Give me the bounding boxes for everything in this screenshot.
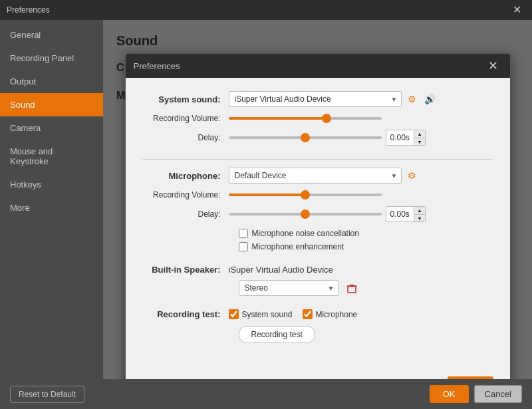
microphone-delay-field: 0.00s ▲ ▼ — [386, 206, 426, 222]
microphone-volume-row: Recording Volume: — [142, 190, 493, 200]
title-bar: Preferences ✕ — [0, 0, 532, 20]
stereo-select-wrapper: Stereo Mono ▼ — [239, 280, 338, 296]
built-in-speaker-row: Built-in Speaker: iSuper Virtual Audio D… — [142, 265, 493, 275]
sidebar-item-output[interactable]: Output — [0, 70, 103, 93]
enhancement-label: Microphone enhancement — [252, 242, 344, 251]
modal-footer: OK — [126, 370, 510, 379]
system-sound-label: System sound: — [142, 94, 229, 104]
modal-dialog: Preferences ✕ System sound: — [125, 53, 511, 379]
system-sound-gear-button[interactable]: ⚙ — [406, 92, 418, 106]
system-sound-check-item: System sound — [229, 309, 293, 319]
sidebar-item-sound[interactable]: Sound — [0, 93, 103, 116]
noise-cancellation-row: Microphone noise cancellation — [239, 229, 493, 238]
system-sound-delay-spinners: ▲ ▼ — [414, 130, 425, 145]
microphone-select-inner: Default Device ▼ — [229, 168, 402, 184]
microphone-delay-spinners: ▲ ▼ — [414, 207, 425, 221]
svg-rect-2 — [346, 286, 356, 287]
sidebar-item-hotkeys[interactable]: Hotkeys — [0, 173, 103, 196]
microphone-delay-value: 0.00s — [386, 207, 414, 221]
microphone-volume-slider[interactable] — [229, 194, 382, 196]
microphone-label: Microphone: — [142, 171, 229, 181]
recording-test-label: Recording test: — [142, 309, 229, 319]
system-sound-volume-slider[interactable] — [229, 117, 382, 120]
system-sound-delay-label: Delay: — [142, 133, 229, 142]
svg-rect-0 — [348, 286, 356, 293]
microphone-volume-slider-container — [229, 194, 382, 196]
system-sound-delay-value: 0.00s — [386, 131, 414, 144]
enhancement-row: Microphone enhancement — [239, 242, 493, 251]
delete-speaker-button[interactable] — [344, 280, 360, 296]
system-sound-delay-row: Delay: 0.00s ▲ ▼ — [142, 130, 493, 146]
right-panel: Sound C M Preferences ✕ — [103, 20, 532, 379]
reset-to-default-button[interactable]: Reset to Default — [10, 386, 84, 403]
modal-title: Preferences — [134, 61, 180, 71]
system-sound-test-label: System sound — [242, 310, 293, 319]
bottom-bar: Reset to Default OK Cancel — [0, 379, 532, 409]
system-sound-section: System sound: iSuper Virtual Audio Devic… — [142, 91, 493, 146]
noise-cancellation-label: Microphone noise cancellation — [252, 229, 359, 238]
microphone-test-checkbox[interactable] — [303, 309, 313, 319]
modal-close-button[interactable]: ✕ — [484, 59, 502, 73]
system-sound-select-inner: iSuper Virtual Audio Device ▼ — [229, 91, 402, 107]
system-sound-volume-row: Recording Volume: — [142, 114, 493, 123]
system-sound-volume-slider-container — [229, 117, 382, 120]
system-sound-delay-slider-container: 0.00s ▲ ▼ — [229, 130, 426, 146]
system-sound-delay-field: 0.00s ▲ ▼ — [386, 130, 426, 146]
section-separator — [142, 159, 493, 160]
system-sound-delay-up[interactable]: ▲ — [414, 130, 425, 138]
microphone-check-item: Microphone — [303, 309, 358, 319]
system-sound-select[interactable]: iSuper Virtual Audio Device — [229, 91, 402, 107]
svg-rect-4 — [352, 287, 354, 291]
noise-cancellation-checkbox[interactable] — [239, 229, 248, 238]
microphone-delay-slider[interactable] — [229, 213, 382, 215]
stereo-select[interactable]: Stereo Mono — [239, 280, 338, 296]
modal-ok-button[interactable]: OK — [448, 376, 493, 379]
microphone-delay-row: Delay: 0.00s ▲ ▼ — [142, 206, 493, 222]
system-sound-row: System sound: iSuper Virtual Audio Devic… — [142, 91, 493, 107]
main-window: Preferences ✕ General Recording Panel Ou… — [0, 0, 532, 409]
microphone-select[interactable]: Default Device — [229, 168, 402, 184]
recording-test-section: Recording test: System sound Microphone — [142, 309, 493, 343]
microphone-gear-button[interactable]: ⚙ — [406, 168, 418, 183]
microphone-delay-down[interactable]: ▼ — [414, 214, 425, 221]
modal-titlebar: Preferences ✕ — [126, 54, 510, 78]
svg-rect-3 — [350, 287, 351, 291]
modal-overlay: Preferences ✕ System sound: — [103, 20, 532, 379]
enhancement-checkbox[interactable] — [239, 242, 248, 251]
system-sound-test-checkbox[interactable] — [229, 309, 239, 319]
main-content: General Recording Panel Output Sound Cam… — [0, 20, 532, 379]
built-in-speaker-section: Built-in Speaker: iSuper Virtual Audio D… — [142, 265, 493, 296]
sidebar-item-recording-panel[interactable]: Recording Panel — [0, 47, 103, 70]
main-cancel-button[interactable]: Cancel — [474, 385, 522, 403]
system-sound-speaker-button[interactable]: 🔊 — [422, 92, 438, 106]
built-in-speaker-value: iSuper Virtual Audio Device — [229, 265, 333, 275]
app-close-button[interactable]: ✕ — [509, 3, 525, 17]
modal-body: System sound: iSuper Virtual Audio Devic… — [126, 78, 510, 370]
sidebar-item-general[interactable]: General — [0, 23, 103, 47]
microphone-section: Microphone: Default Device ▼ ⚙ — [142, 168, 493, 251]
recording-test-button[interactable]: Recording test — [239, 326, 315, 343]
microphone-delay-slider-container: 0.00s ▲ ▼ — [229, 206, 426, 222]
system-sound-select-wrapper: iSuper Virtual Audio Device ▼ ⚙ 🔊 — [229, 91, 438, 107]
system-sound-delay-down[interactable]: ▼ — [414, 138, 425, 145]
sidebar-item-camera[interactable]: Camera — [0, 116, 103, 140]
app-title: Preferences — [7, 5, 50, 15]
sidebar-item-more[interactable]: More — [0, 196, 103, 219]
microphone-row: Microphone: Default Device ▼ ⚙ — [142, 168, 493, 184]
system-sound-delay-slider[interactable] — [229, 136, 382, 139]
recording-test-checks: System sound Microphone — [229, 309, 358, 319]
recording-test-btn-row: Recording test — [239, 326, 493, 343]
sidebar-item-mouse-keystroke[interactable]: Mouse and Keystroke — [0, 140, 103, 173]
microphone-select-wrapper: Default Device ▼ ⚙ — [229, 168, 418, 184]
microphone-delay-label: Delay: — [142, 209, 229, 219]
bottom-right-buttons: OK Cancel — [430, 385, 522, 403]
recording-test-row: Recording test: System sound Microphone — [142, 309, 493, 319]
microphone-delay-up[interactable]: ▲ — [414, 207, 425, 214]
microphone-test-label: Microphone — [316, 310, 358, 319]
microphone-volume-label: Recording Volume: — [142, 190, 229, 200]
system-sound-volume-label: Recording Volume: — [142, 114, 229, 123]
main-ok-button[interactable]: OK — [430, 385, 469, 403]
built-in-speaker-label: Built-in Speaker: — [142, 265, 229, 275]
stereo-row: Stereo Mono ▼ — [239, 280, 493, 296]
sidebar: General Recording Panel Output Sound Cam… — [0, 20, 103, 379]
